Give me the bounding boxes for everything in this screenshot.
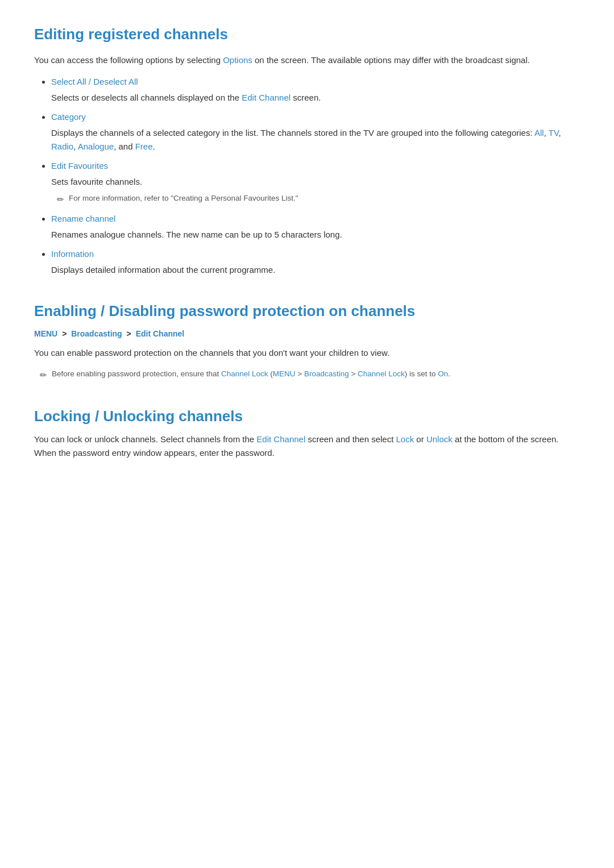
edit-favourites-note: ✏ For more information, refer to "Creati… (51, 192, 580, 206)
information-link[interactable]: Information (51, 249, 94, 259)
menu-link[interactable]: MENU (34, 329, 57, 338)
all-link[interactable]: All (534, 128, 544, 138)
broadcasting-link-2[interactable]: Broadcasting (304, 369, 349, 378)
on-link[interactable]: On (438, 369, 448, 378)
section2-title: Enabling / Disabling password protection… (34, 300, 580, 323)
edit-favourites-link[interactable]: Edit Favourites (51, 161, 108, 171)
radio-link[interactable]: Radio (51, 142, 73, 151)
select-all-desc: Selects or deselects all channels displa… (51, 91, 580, 105)
unlock-link[interactable]: Unlock (426, 434, 453, 444)
information-desc: Displays detailed information about the … (51, 263, 580, 277)
list-item-information: Information Displays detailed informatio… (51, 247, 580, 277)
rename-channel-term: Rename channel (51, 212, 580, 226)
select-all-term: Select All / Deselect All (51, 75, 580, 89)
list-item-select-all: Select All / Deselect All Selects or des… (51, 75, 580, 105)
edit-favourites-term: Edit Favourites (51, 159, 580, 173)
category-term: Category (51, 110, 580, 124)
options-list: Select All / Deselect All Selects or des… (34, 75, 580, 277)
category-link[interactable]: Category (51, 112, 86, 122)
section3-intro: You can lock or unlock channels. Select … (34, 433, 580, 460)
broadcasting-link-1[interactable]: Broadcasting (71, 329, 122, 338)
channel-lock-link-2[interactable]: Channel Lock (358, 369, 405, 378)
channel-lock-link-1[interactable]: Channel Lock (221, 369, 268, 378)
free-link[interactable]: Free (135, 142, 153, 151)
arrow-icon-2: > (127, 329, 134, 338)
options-link[interactable]: Options (223, 55, 252, 65)
breadcrumb: MENU > Broadcasting > Edit Channel (34, 327, 580, 340)
deselect-all-link[interactable]: Deselect All (93, 77, 138, 86)
note-pencil-icon-2: ✏ (40, 368, 47, 382)
information-term: Information (51, 247, 580, 261)
enabling-disabling-section: Enabling / Disabling password protection… (34, 300, 580, 382)
section1-intro: You can access the following options by … (34, 53, 580, 67)
lock-link[interactable]: Lock (396, 434, 414, 444)
edit-channel-link-1[interactable]: Edit Channel (242, 93, 291, 102)
rename-channel-link[interactable]: Rename channel (51, 214, 115, 223)
arrow-icon-1: > (62, 329, 69, 338)
section3-title: Locking / Unlocking channels (34, 405, 580, 429)
analogue-link[interactable]: Analogue (78, 142, 114, 151)
note-pencil-icon: ✏ (57, 193, 64, 206)
list-item-rename-channel: Rename channel Renames analogue channels… (51, 212, 580, 242)
edit-favourites-note-text: For more information, refer to "Creating… (69, 192, 298, 205)
rename-channel-desc: Renames analogue channels. The new name … (51, 228, 580, 242)
menu-link-note[interactable]: MENU (273, 369, 296, 378)
select-all-link[interactable]: Select All (51, 77, 86, 86)
category-desc: Displays the channels of a selected cate… (51, 126, 580, 153)
editing-registered-channels-section: Editing registered channels You can acce… (34, 23, 580, 277)
list-item-edit-favourites: Edit Favourites Sets favourite channels.… (51, 159, 580, 206)
password-note-text: Before enabling password protection, ens… (52, 368, 450, 380)
section1-title: Editing registered channels (34, 23, 580, 47)
list-item-category: Category Displays the channels of a sele… (51, 110, 580, 153)
section2-intro: You can enable password protection on th… (34, 346, 580, 360)
edit-favourites-desc: Sets favourite channels. (51, 175, 580, 189)
edit-channel-link-2[interactable]: Edit Channel (256, 434, 305, 444)
password-note: ✏ Before enabling password protection, e… (34, 368, 580, 382)
tv-link[interactable]: TV (549, 128, 559, 138)
locking-unlocking-section: Locking / Unlocking channels You can loc… (34, 405, 580, 460)
edit-channel-breadcrumb-link[interactable]: Edit Channel (136, 329, 185, 338)
